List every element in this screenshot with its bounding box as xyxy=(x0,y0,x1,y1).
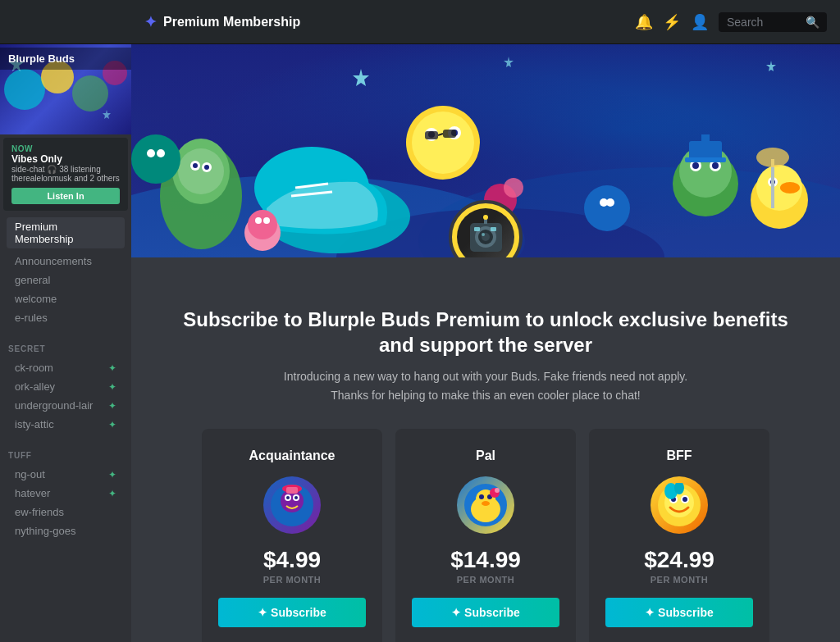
channel-announcements-label: Announcements xyxy=(15,255,116,267)
now-sub-users: therealelonmusk and 2 others xyxy=(11,174,120,183)
tier-card-pal: Pal xyxy=(395,429,576,642)
tier-1-period: PER MONTH xyxy=(218,575,366,585)
lock-icon-ng: ✦ xyxy=(108,469,116,480)
topbar: ✦ Premium Membership 🔔 ⚡ 👤 🔍 xyxy=(0,0,840,44)
now-playing-widget: NOW Vibes Only side-chat 🎧 38 listening … xyxy=(3,138,128,211)
sidebar-item-ng-out[interactable]: ng-out ✦ xyxy=(7,465,125,484)
sidebar: Blurple Buds NOW Vibes Only side-chat 🎧 … xyxy=(0,44,131,642)
tuff-channel-list: ng-out ✦ hatever ✦ ew-friends nything-go… xyxy=(0,465,131,540)
svg-point-59 xyxy=(756,148,789,167)
lock-icon-underground: ✦ xyxy=(108,400,116,412)
tier-1-price: $4.99 xyxy=(218,547,366,573)
server-name: Blurple Buds xyxy=(0,48,131,70)
premium-star-icon: ✦ xyxy=(144,13,157,31)
channel-general-label: general xyxy=(15,274,116,286)
tier-3-name: BFF xyxy=(605,448,753,463)
search-bar[interactable]: 🔍 xyxy=(719,12,827,32)
tier-cards: Acquaintance xyxy=(164,429,807,642)
tier-1-name: Acquaintance xyxy=(218,448,366,463)
channel-nything-goes-label: nything-goes xyxy=(15,525,116,537)
secret-section-header: SECRET xyxy=(0,327,131,358)
channel-underground-lair-label: underground-lair xyxy=(15,399,105,412)
svg-rect-65 xyxy=(474,227,480,231)
svg-rect-44 xyxy=(701,134,710,144)
svg-point-73 xyxy=(286,496,290,499)
svg-point-34 xyxy=(255,217,262,224)
svg-rect-66 xyxy=(491,227,496,231)
svg-point-84 xyxy=(495,488,500,493)
sidebar-item-general[interactable]: general xyxy=(7,271,125,289)
svg-point-90 xyxy=(682,497,687,502)
people-icon[interactable]: 👤 xyxy=(691,13,709,31)
hero-banner xyxy=(131,44,840,257)
svg-point-24 xyxy=(412,112,474,174)
lock-icon-isty: ✦ xyxy=(108,419,116,430)
sidebar-item-welcome[interactable]: welcome xyxy=(7,289,125,308)
sidebar-item-hatever[interactable]: hatever ✦ xyxy=(7,484,125,503)
svg-point-80 xyxy=(479,494,484,499)
sidebar-item-premium-membership[interactable]: Premium Membership xyxy=(7,217,125,248)
channel-e-rules-label: e-rules xyxy=(15,312,116,324)
sidebar-item-isty-attic[interactable]: isty-attic ✦ xyxy=(7,415,125,434)
sidebar-item-nything-goes[interactable]: nything-goes xyxy=(7,521,125,540)
channel-isty-attic-label: isty-attic xyxy=(15,418,105,430)
tier-1-avatar xyxy=(263,476,321,534)
topbar-title-text: Premium Membership xyxy=(163,15,300,30)
topbar-title: ✦ Premium Membership xyxy=(144,13,635,31)
svg-point-57 xyxy=(504,178,523,198)
tier-3-period: PER MONTH xyxy=(605,575,753,585)
tier-2-avatar xyxy=(457,476,514,534)
svg-point-74 xyxy=(294,496,298,499)
topbar-actions: 🔔 ⚡ 👤 🔍 xyxy=(635,12,827,32)
subscribe-button-tier-1[interactable]: ✦ Subscribe xyxy=(218,598,366,627)
svg-marker-11 xyxy=(504,57,514,67)
sidebar-item-ew-friends[interactable]: ew-friends xyxy=(7,503,125,521)
svg-point-55 xyxy=(157,149,165,157)
svg-point-39 xyxy=(692,162,699,169)
premium-subtitle: Introducing a new way to hang out with y… xyxy=(272,367,699,404)
secret-channel-list: ck-room ✦ ork-alley ✦ underground-lair ✦… xyxy=(0,358,131,434)
listen-in-button[interactable]: Listen In xyxy=(11,188,120,204)
svg-point-18 xyxy=(204,165,209,170)
channel-ork-alley-label: ork-alley xyxy=(15,380,105,393)
tier-card-bff: BFF xyxy=(589,429,769,642)
tuff-section-header: TUFF xyxy=(0,434,131,465)
svg-point-52 xyxy=(606,198,614,207)
svg-point-64 xyxy=(482,233,485,236)
main-layout: Blurple Buds NOW Vibes Only side-chat 🎧 … xyxy=(0,44,840,642)
svg-point-54 xyxy=(147,149,155,157)
sidebar-item-premium-label: Premium Membership xyxy=(15,221,116,245)
sidebar-item-ck-room[interactable]: ck-room ✦ xyxy=(7,358,125,377)
main-content: Subscribe to Blurple Buds Premium to unl… xyxy=(131,44,840,642)
now-label: NOW xyxy=(11,144,120,153)
svg-marker-10 xyxy=(766,61,776,71)
bell-icon[interactable]: 🔔 xyxy=(635,13,653,31)
mascot-inner xyxy=(457,208,514,257)
lock-icon-ck: ✦ xyxy=(108,362,116,374)
sidebar-item-announcements[interactable]: Announcements xyxy=(7,252,125,271)
channel-ck-room-label: ck-room xyxy=(15,362,105,374)
svg-point-82 xyxy=(482,501,490,506)
sidebar-item-underground-lair[interactable]: underground-lair ✦ xyxy=(7,396,125,415)
subscribe-button-tier-3[interactable]: ✦ Subscribe xyxy=(605,598,753,627)
channel-list: Announcements general welcome e-rules xyxy=(0,252,131,327)
sidebar-item-e-rules[interactable]: e-rules xyxy=(7,308,125,327)
svg-point-68 xyxy=(483,215,488,220)
tier-2-price: $14.99 xyxy=(412,547,559,573)
svg-point-53 xyxy=(131,134,180,184)
channel-welcome-label: welcome xyxy=(15,293,116,305)
premium-title: Subscribe to Blurple Buds Premium to unl… xyxy=(164,307,807,357)
subscribe-button-tier-2[interactable]: ✦ Subscribe xyxy=(412,598,559,627)
svg-rect-30 xyxy=(443,130,456,138)
tier-2-name: Pal xyxy=(412,448,559,463)
svg-point-0 xyxy=(4,69,45,110)
tier-3-avatar xyxy=(651,476,708,534)
lock-icon-ork: ✦ xyxy=(108,381,116,393)
sidebar-item-ork-alley[interactable]: ork-alley ✦ xyxy=(7,377,125,396)
svg-point-14 xyxy=(178,148,224,194)
search-input[interactable] xyxy=(727,16,801,29)
lightning-icon[interactable]: ⚡ xyxy=(663,13,681,31)
tier-card-acquaintance: Acquaintance xyxy=(202,429,382,642)
svg-point-16 xyxy=(193,163,198,168)
svg-marker-5 xyxy=(103,110,111,119)
